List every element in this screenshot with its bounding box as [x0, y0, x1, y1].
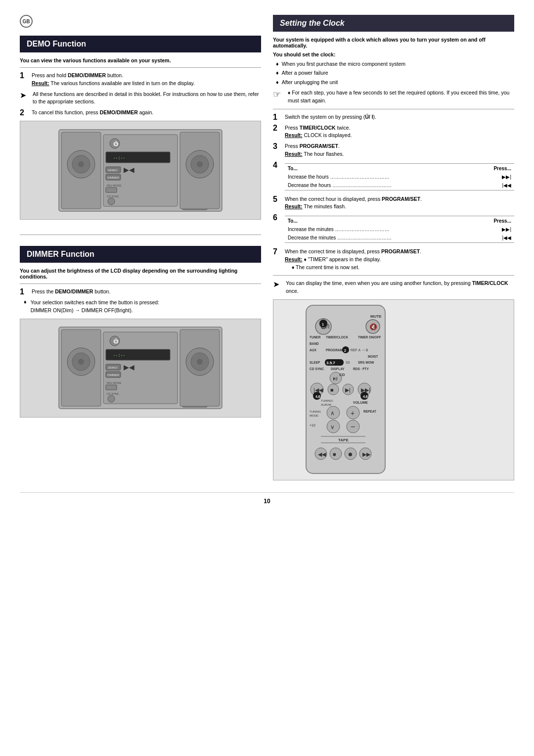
result7-label: Result: — [285, 256, 303, 262]
demo-note-text: All these functions are described in det… — [33, 91, 261, 106]
svg-text:DEMO/: DEMO/ — [108, 366, 118, 369]
svg-text:PROGRAM: PROGRAM — [326, 348, 343, 352]
svg-text:4,6: 4,6 — [363, 395, 368, 399]
divider-clock — [273, 109, 514, 109]
dimmer-bullet-label: Your selection switches each time the bu… — [31, 299, 160, 305]
svg-text:▶|: ▶| — [345, 387, 351, 393]
clock-arrow-note: ➤ You can display the time, even when yo… — [273, 280, 514, 295]
svg-text:REV MODE: REV MODE — [107, 184, 122, 187]
step2-text: To cancel this function, press DEMO/DIMM… — [32, 109, 153, 115]
col-press-header-6: Press... — [476, 217, 513, 225]
svg-text:▶◀: ▶◀ — [124, 166, 134, 174]
clock-note-text: ♦ For each step, you have a few seconds … — [288, 89, 514, 105]
svg-text:SRS WOW: SRS WOW — [358, 361, 374, 364]
svg-text:TIMER/CLOCK: TIMER/CLOCK — [326, 335, 348, 339]
col-press-header: Press... — [476, 165, 513, 172]
svg-text:4,6: 4,6 — [315, 395, 320, 399]
left-column: GB DEMO Function You can view the variou… — [20, 15, 261, 480]
svg-text:CD SYNC: CD SYNC — [107, 392, 119, 395]
svg-text:ALBUM: ALBUM — [321, 403, 331, 406]
clock-step7: 7 When the correct time is displayed, pr… — [273, 248, 514, 271]
svg-point-35 — [197, 161, 203, 167]
result5-label: Result: — [285, 203, 303, 209]
svg-text:B: B — [366, 348, 368, 352]
svg-point-54 — [108, 395, 115, 402]
action-cell: Increase the minutes …………………………… — [286, 226, 475, 233]
clock-step-num-3: 3 — [273, 142, 281, 150]
svg-text:⏯: ⏯ — [332, 375, 338, 382]
svg-text:CD: CD — [339, 373, 345, 377]
demo-note1: ➤ All these functions are described in d… — [20, 91, 261, 106]
col-to-header: To... — [286, 165, 475, 172]
clock-section: Setting the Clock Your system is equippe… — [273, 15, 514, 480]
step2-result: CLOCK is displayed. — [304, 132, 352, 138]
svg-text:SS: SS — [346, 361, 350, 364]
dimmer-bullet: ♦ Your selection switches each time the … — [20, 299, 261, 315]
step6-table: To... Press... Increase the minutes …………… — [285, 216, 514, 243]
clock-step1-content: Switch the system on by pressing (Ú/ I). — [285, 113, 376, 121]
divider2 — [20, 284, 261, 284]
action-cell: Decrease the minutes …………………………… — [286, 234, 475, 241]
step7-note: ♦ The current time is now set. — [285, 264, 359, 270]
section-divider — [20, 235, 261, 235]
svg-text:REP. A: REP. A — [351, 348, 361, 352]
bullet-item-3: ♦ After unplugging the unit — [276, 79, 514, 86]
svg-text:MUTE: MUTE — [370, 314, 382, 319]
svg-text:DIMMER: DIMMER — [107, 176, 120, 179]
step1-result: The various functions available are list… — [50, 80, 195, 86]
svg-text:TUNING/: TUNING/ — [321, 399, 333, 402]
stereo-svg-dimmer: ⏻ --:-- DEMO/ DIMMER ▶◀ REV MODE CD SYNC… — [56, 322, 224, 414]
bullet3-text: After unplugging the unit — [282, 79, 338, 86]
clock-arrow-text: You can display the time, even when you … — [286, 280, 514, 295]
dimmer-step1-text: Press the DEMO/DIMMER button. — [32, 288, 110, 294]
svg-text:■: ■ — [333, 451, 336, 457]
device-image-demo: ⏻ --:-- DEMO/ DIMMER ▶◀ REV MODE CD SYNC — [20, 121, 261, 220]
svg-text:MOIST: MOIST — [368, 355, 378, 358]
diamond-icon-3: ♦ — [276, 79, 279, 86]
svg-text:∧: ∧ — [330, 410, 335, 417]
clock-step-num-6: 6 — [273, 214, 281, 222]
dimmer-section: DIMMER Function You can adjust the brigh… — [20, 246, 261, 422]
press-cell: ▶▶| — [476, 173, 513, 181]
clock-intro2: You should set the clock: — [273, 51, 514, 57]
result3-label: Result: — [285, 151, 303, 157]
clock-header: Setting the Clock — [273, 15, 514, 32]
svg-text:DISPLAY: DISPLAY — [331, 367, 345, 371]
clock-step5-content: When the correct hour is displayed, pres… — [285, 195, 422, 211]
bullet-item-2: ♦ After a power failure — [276, 69, 514, 77]
remote-image: MUTE ⏻/I 1 🔇 TUNER TIMER/CLOCK TIMER ON/… — [273, 299, 514, 480]
svg-text:BAND: BAND — [310, 342, 319, 345]
svg-point-18 — [108, 198, 115, 205]
diamond-icon-1: ♦ — [276, 60, 279, 68]
clock-step-num-5: 5 — [273, 195, 281, 203]
svg-point-4 — [78, 161, 84, 167]
svg-text:⏻: ⏻ — [113, 338, 119, 344]
svg-text:TAPE: TAPE — [338, 438, 349, 442]
action-cell: Decrease the hours ……………………………… — [286, 182, 475, 189]
step5-result: The minutes flash. — [304, 203, 346, 209]
svg-text:TIMER ON/OFF: TIMER ON/OFF — [358, 335, 381, 339]
clock-step1: 1 Switch the system on by pressing (Ú/ I… — [273, 113, 514, 121]
bullet1-text: When you first purchase the micro compon… — [282, 60, 405, 68]
step2-content: To cancel this function, press DEMO/DIMM… — [32, 109, 153, 117]
svg-text:AUX: AUX — [310, 348, 316, 352]
svg-text:■: ■ — [330, 387, 334, 393]
svg-text:DIMMER: DIMMER — [107, 374, 120, 377]
note-text: For each step, you have a few seconds to… — [288, 90, 509, 103]
demo-title: DEMO Function — [27, 40, 86, 48]
clock-step4-content: To... Press... Increase the hours ………………… — [285, 161, 514, 192]
bullet-item-1: ♦ When you first purchase the micro comp… — [276, 60, 514, 68]
step-number: 1 — [20, 72, 28, 80]
clock-bullets: ♦ When you first purchase the micro comp… — [273, 60, 514, 86]
svg-text:CD SYNC: CD SYNC — [107, 195, 119, 198]
dimmer-bullet-text: Your selection switches each time the bu… — [31, 299, 160, 315]
clock-step7-content: When the correct time is displayed, pres… — [285, 248, 421, 271]
press-cell: |◀◀ — [476, 234, 513, 241]
svg-text:CD SYNC: CD SYNC — [310, 367, 324, 371]
dimmer-intro: You can adjust the brightness of the LCD… — [20, 268, 261, 280]
svg-text:∨: ∨ — [330, 424, 335, 430]
clock-step6: 6 To... Press... Increase the minutes ……… — [273, 214, 514, 245]
step-number-2: 2 — [20, 109, 28, 117]
bullet2-text: After a power failure — [282, 69, 328, 77]
svg-text:↔: ↔ — [362, 348, 365, 352]
